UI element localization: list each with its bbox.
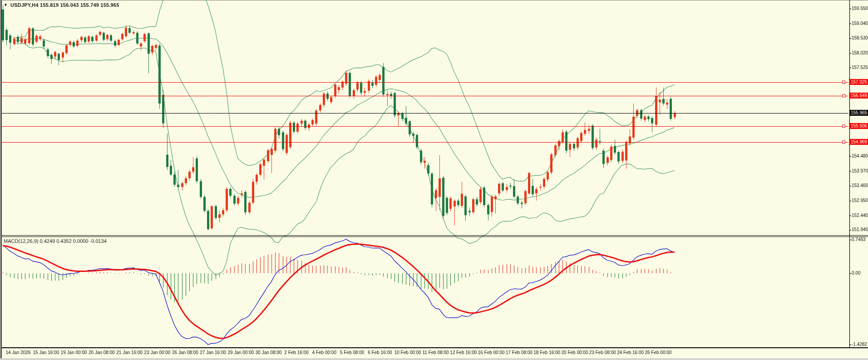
trading-terminal-chart-window: ▼ USDJPY,H4 155.819 156.043 155.749 155.… — [0, 0, 868, 360]
price-chart-canvas[interactable] — [0, 0, 868, 360]
